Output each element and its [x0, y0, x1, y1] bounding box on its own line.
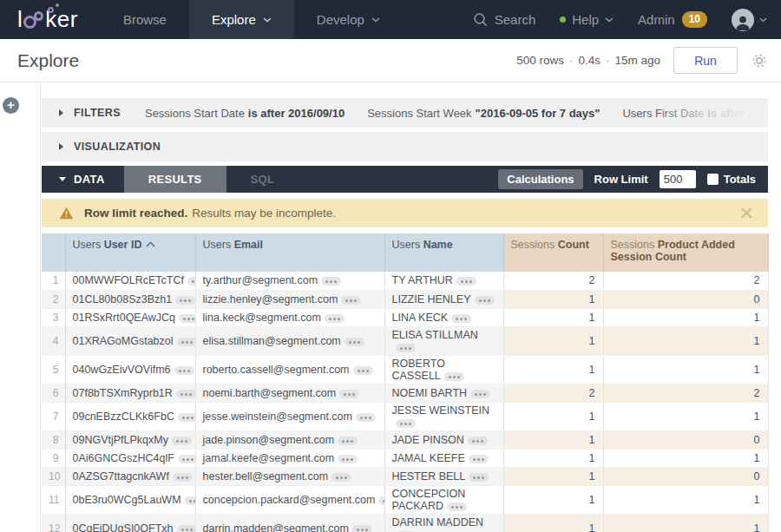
cell-sessions-count[interactable]: 1 [503, 514, 603, 532]
cell-menu-icon[interactable] [470, 390, 490, 398]
cell-menu-icon[interactable] [353, 366, 373, 375]
cell-sessions-count[interactable]: 1 [503, 326, 603, 355]
admin-menu[interactable]: Admin 10 [638, 11, 707, 28]
cell-user-id[interactable]: 09NGVtjPfLPkqxMy [65, 430, 195, 449]
cell-product-added-session-count[interactable]: 1 [603, 485, 768, 514]
cell-sessions-count[interactable]: 1 [503, 449, 603, 467]
visualization-section-bar[interactable]: VISUALIZATION [42, 132, 768, 161]
cell-menu-icon[interactable] [179, 314, 195, 323]
cell-menu-icon[interactable] [178, 413, 195, 422]
cell-menu-icon[interactable] [177, 338, 195, 346]
filter-item[interactable]: Sessions Start Dateis after 2016/09/10 [145, 107, 345, 120]
column-header-user-id[interactable]: Users User ID [65, 233, 195, 272]
cell-email[interactable]: elisa.stillman@segment.com [195, 326, 384, 355]
cell-email[interactable]: roberto.cassell@segment.com [195, 355, 384, 384]
cell-menu-icon[interactable] [469, 455, 489, 463]
cell-menu-icon[interactable] [321, 277, 341, 286]
cell-product-added-session-count[interactable]: 0 [603, 467, 768, 485]
cell-user-id[interactable]: 0CqEiDUgSI0OFTxh [65, 514, 195, 532]
cell-sessions-count[interactable]: 1 [503, 485, 603, 514]
cell-name[interactable]: LIZZIE HENLEY [384, 290, 503, 308]
cell-user-id[interactable]: 01XRAGoMGstabzol [65, 326, 195, 355]
cell-name[interactable]: NOEMI BARTH [384, 384, 503, 402]
column-header-email[interactable]: Users Email [195, 233, 384, 272]
looker-logo[interactable]: lker [0, 0, 101, 39]
cell-menu-icon[interactable] [177, 525, 195, 532]
cell-menu-icon[interactable] [345, 338, 364, 346]
cell-product-added-session-count[interactable]: 0 [603, 430, 768, 449]
cell-product-added-session-count[interactable]: 2 [603, 384, 768, 402]
cell-product-added-session-count[interactable]: 1 [603, 402, 768, 430]
cell-sessions-count[interactable]: 1 [503, 467, 603, 485]
cell-name[interactable]: TY ARTHUR [384, 272, 503, 290]
cell-email[interactable]: lizzie.henley@segment.com [195, 290, 384, 308]
cell-menu-icon[interactable] [456, 277, 476, 286]
cell-user-id[interactable]: 040wGzEivVOVifm6 [65, 355, 195, 384]
run-button[interactable]: Run [673, 47, 738, 74]
cell-product-added-session-count[interactable]: 1 [603, 308, 768, 326]
cell-product-added-session-count[interactable]: 2 [603, 272, 768, 290]
tab-sql[interactable]: SQL [226, 166, 299, 193]
cell-sessions-count[interactable]: 2 [503, 272, 603, 290]
cell-menu-icon[interactable] [339, 390, 359, 398]
cell-name[interactable]: LINA KECK [384, 308, 503, 326]
cell-email[interactable]: concepcion.packard@segment.com [195, 485, 384, 514]
cell-name[interactable]: CONCEPCION PACKARD [384, 485, 503, 514]
cell-menu-icon[interactable] [178, 455, 195, 463]
cell-sessions-count[interactable]: 1 [503, 290, 603, 308]
cell-menu-icon[interactable] [356, 413, 376, 422]
cell-email[interactable]: hester.bell@segment.com [195, 467, 384, 485]
cell-menu-icon[interactable] [468, 437, 488, 445]
cell-sessions-count[interactable]: 1 [503, 430, 603, 449]
cell-user-id[interactable]: 01RSxRrt0QEAwJCq [65, 308, 195, 326]
cell-sessions-count[interactable]: 1 [503, 355, 603, 384]
nav-item-develop[interactable]: Develop [294, 0, 403, 39]
cell-user-id[interactable]: 07f8bTSXmRyprb1R [65, 384, 195, 402]
cell-email[interactable]: jade.pinson@segment.com [195, 430, 384, 449]
cell-email[interactable]: jesse.weinstein@segment.com [195, 402, 384, 430]
add-button[interactable]: + [3, 97, 19, 114]
cell-menu-icon[interactable] [325, 314, 345, 323]
cell-email[interactable]: ty.arthur@segment.com [195, 272, 384, 290]
cell-menu-icon[interactable] [378, 496, 384, 505]
cell-user-id[interactable]: 0bE3ru0WCg5LauWM [65, 485, 195, 514]
cell-menu-icon[interactable] [444, 372, 464, 381]
cell-email[interactable]: jamal.keefe@segment.com [195, 449, 384, 467]
cell-user-id[interactable]: 01CL80b08Sz3Bzh1 [65, 290, 195, 308]
cell-name[interactable]: JADE PINSON [384, 430, 503, 449]
cell-user-id[interactable]: 09cnEBzzCLKk6FbC [65, 402, 195, 430]
column-header-name[interactable]: Users Name [384, 233, 503, 272]
cell-sessions-count[interactable]: 1 [503, 402, 603, 430]
cell-menu-icon[interactable] [338, 455, 358, 463]
cell-menu-icon[interactable] [172, 437, 192, 445]
cell-product-added-session-count[interactable]: 0 [603, 290, 768, 308]
cell-menu-icon[interactable] [175, 296, 195, 305]
cell-menu-icon[interactable] [338, 437, 358, 445]
column-header-product-added-session-count[interactable]: Sessions Product Added Session Count [603, 233, 768, 272]
calculations-button[interactable]: Calculations [498, 169, 582, 189]
cell-menu-icon[interactable] [176, 390, 195, 398]
cell-menu-icon[interactable] [341, 296, 361, 305]
cell-name[interactable]: DARRIN MADDEN [384, 514, 503, 532]
cell-email[interactable]: darrin.madden@segment.com [195, 514, 384, 532]
nav-item-explore[interactable]: Explore [189, 0, 294, 39]
cell-user-id[interactable]: 00MWWFOLRcETcTCf [65, 272, 195, 290]
cell-menu-icon[interactable] [173, 473, 193, 482]
cell-menu-icon[interactable] [447, 502, 467, 511]
cell-user-id[interactable]: 0Ai6GNCGszHC4qlF [65, 449, 195, 467]
cell-product-added-session-count[interactable]: 1 [603, 449, 768, 467]
column-header-sessions-count[interactable]: Sessions Count [503, 233, 603, 272]
cell-name[interactable]: ELISA STILLMAN [384, 326, 503, 355]
cell-name[interactable]: JESSE WEINSTEIN [384, 402, 503, 430]
cell-menu-icon[interactable] [396, 344, 416, 352]
filter-item[interactable]: Users First Dateis after 2016/09/10 [622, 107, 768, 120]
row-limit-input[interactable] [660, 170, 696, 188]
cell-sessions-count[interactable]: 2 [503, 384, 603, 402]
cell-name[interactable]: JAMAL KEEFE [384, 449, 503, 467]
cell-product-added-session-count[interactable]: 1 [603, 326, 768, 355]
filters-section-bar[interactable]: FILTERS Sessions Start Dateis after 2016… [42, 98, 768, 128]
gear-icon[interactable] [751, 52, 768, 69]
search-button[interactable]: Search [473, 12, 536, 27]
cell-menu-icon[interactable] [451, 314, 471, 323]
cell-sessions-count[interactable]: 1 [503, 308, 603, 326]
